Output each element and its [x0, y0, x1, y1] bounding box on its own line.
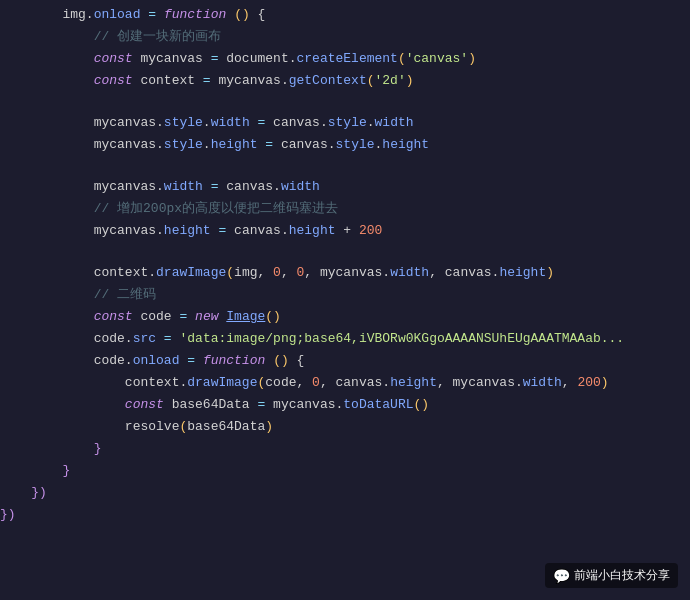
token-Image-cls: Image	[226, 307, 265, 327]
token-plain: code.	[94, 351, 133, 371]
token-prop: style	[164, 113, 203, 133]
code-line: code.onload = function () {	[0, 350, 690, 372]
token-plain: canvas.	[265, 113, 327, 133]
token-plain: .	[203, 135, 211, 155]
token-operator: =	[148, 5, 156, 25]
token-plain	[156, 5, 164, 25]
token-method: createElement	[296, 49, 397, 69]
token-plain	[179, 351, 187, 371]
token-plain: , mycanvas.	[437, 373, 523, 393]
code-line: context.drawImage(img, 0, 0, mycanvas.wi…	[0, 262, 690, 284]
token-bracket: }	[62, 461, 70, 481]
token-operator: =	[164, 329, 172, 349]
code-line: const context = mycanvas.getContext('2d'…	[0, 70, 690, 92]
token-prop: style	[328, 113, 367, 133]
code-line: })	[0, 504, 690, 526]
code-line: }	[0, 460, 690, 482]
token-plain: context.	[125, 373, 187, 393]
token-plain: context	[133, 71, 203, 91]
token-plain: base64Data	[187, 417, 265, 437]
token-paren: (	[257, 373, 265, 393]
watermark-text: 前端小白技术分享	[574, 567, 670, 584]
token-prop: style	[336, 135, 375, 155]
token-plain: base64Data	[164, 395, 258, 415]
watermark: 💬 前端小白技术分享	[545, 563, 678, 588]
token-plain: .	[203, 113, 211, 133]
token-plain: {	[250, 5, 266, 25]
token-operator: =	[218, 221, 226, 241]
code-line: resolve(base64Data)	[0, 416, 690, 438]
token-method: drawImage	[187, 373, 257, 393]
token-plain: canvas.	[226, 221, 288, 241]
token-operator: =	[179, 307, 187, 327]
token-prop: width	[523, 373, 562, 393]
token-kw-func: function	[203, 351, 265, 371]
token-bracket: }	[94, 439, 102, 459]
token-plain: code,	[265, 373, 312, 393]
token-plain: , canvas.	[320, 373, 390, 393]
code-line: context.drawImage(code, 0, canvas.height…	[0, 372, 690, 394]
token-number: 0	[312, 373, 320, 393]
token-paren: )	[546, 263, 554, 283]
token-plain: canvas.	[218, 177, 280, 197]
token-string: 'data:image/png;base64,iVBORw0KGgoAAAANS…	[179, 329, 624, 349]
code-line: mycanvas.width = canvas.width	[0, 176, 690, 198]
token-plain: , canvas.	[429, 263, 499, 283]
code-line: })	[0, 482, 690, 504]
token-paren: (	[179, 417, 187, 437]
token-paren: )	[601, 373, 609, 393]
token-operator: =	[257, 395, 265, 415]
token-plain: mycanvas.	[211, 71, 289, 91]
token-plain	[211, 221, 219, 241]
token-operator: =	[187, 351, 195, 371]
token-prop: height	[390, 373, 437, 393]
code-line: // 增加200px的高度以便把二维码塞进去	[0, 198, 690, 220]
token-prop: height	[499, 263, 546, 283]
token-plain: img.	[62, 5, 93, 25]
code-line: mycanvas.height = canvas.height + 200	[0, 220, 690, 242]
code-line: const base64Data = mycanvas.toDataURL()	[0, 394, 690, 416]
token-number: 200	[577, 373, 600, 393]
token-plain: code	[133, 307, 180, 327]
token-prop: onload	[94, 5, 141, 25]
code-line	[0, 92, 690, 112]
token-plain: mycanvas.	[94, 177, 164, 197]
token-bracket: })	[0, 505, 16, 525]
token-plain: canvas.	[273, 135, 335, 155]
token-plain: {	[289, 351, 305, 371]
code-block: img.onload = function () { // 创建一块新的画布 c…	[0, 4, 690, 526]
code-line: const mycanvas = document.createElement(…	[0, 48, 690, 70]
token-prop: height	[289, 221, 336, 241]
code-line: code.src = 'data:image/png;base64,iVBORw…	[0, 328, 690, 350]
token-prop: height	[211, 135, 258, 155]
token-plain: mycanvas.	[94, 221, 164, 241]
token-plain: img,	[234, 263, 273, 283]
token-plain: context.	[94, 263, 156, 283]
token-prop: width	[281, 177, 320, 197]
token-comment-cn: // 增加200px的高度以便把二维码塞进去	[94, 199, 338, 219]
token-method: getContext	[289, 71, 367, 91]
token-number: 200	[359, 221, 382, 241]
token-plain: , mycanvas.	[304, 263, 390, 283]
token-plain: mycanvas.	[94, 135, 164, 155]
token-prop: onload	[133, 351, 180, 371]
token-method: toDataURL	[343, 395, 413, 415]
token-plain	[172, 329, 180, 349]
token-prop: height	[382, 135, 429, 155]
token-plain	[265, 351, 273, 371]
token-prop: height	[164, 221, 211, 241]
token-kw-var: const	[125, 395, 164, 415]
token-plain: .	[375, 135, 383, 155]
code-line: // 创建一块新的画布	[0, 26, 690, 48]
code-container: img.onload = function () { // 创建一块新的画布 c…	[0, 0, 690, 600]
token-number: 0	[297, 263, 305, 283]
token-prop: width	[390, 263, 429, 283]
token-prop: style	[164, 135, 203, 155]
token-comment-cn: // 二维码	[94, 285, 156, 305]
token-paren: (	[398, 49, 406, 69]
token-paren: ()	[414, 395, 430, 415]
token-plain: document.	[218, 49, 296, 69]
code-line: // 二维码	[0, 284, 690, 306]
token-plain	[218, 307, 226, 327]
token-paren: (	[367, 71, 375, 91]
